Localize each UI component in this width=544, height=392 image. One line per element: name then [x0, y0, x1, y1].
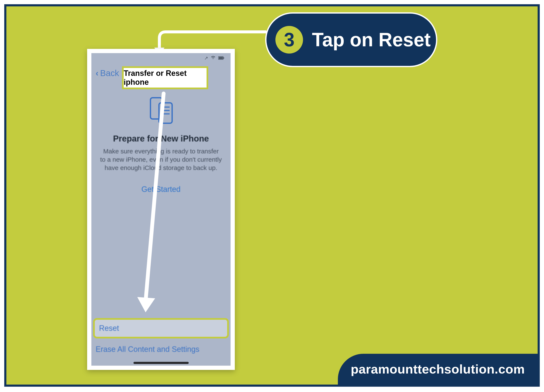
- back-label: Back: [100, 68, 119, 78]
- reset-label: Reset: [99, 324, 119, 333]
- prepare-heading: Prepare for New iPhone: [91, 134, 231, 143]
- instruction-slide: 3 Tap on Reset ↗ ‹ Back Transfer or Rese…: [4, 4, 540, 387]
- svg-rect-1: [219, 57, 223, 59]
- wifi-icon: [211, 55, 216, 61]
- svg-rect-4: [159, 103, 172, 123]
- erase-row[interactable]: Erase All Content and Settings: [96, 345, 199, 354]
- brand-site: paramounttechsolution.com: [351, 362, 525, 376]
- phone-frame: ↗ ‹ Back Transfer or Reset iphone: [87, 49, 235, 370]
- back-button[interactable]: ‹ Back: [96, 68, 119, 78]
- prepare-description: Make sure everything is ready to transfe…: [100, 147, 222, 172]
- step-number-badge: 3: [275, 26, 303, 53]
- step-title: Tap on Reset: [312, 29, 431, 51]
- page-title-highlight: Transfer or Reset iphone: [122, 66, 208, 89]
- chevron-left-icon: ‹: [96, 68, 98, 78]
- get-started-link[interactable]: Get Started: [91, 185, 231, 194]
- step-number: 3: [284, 29, 295, 51]
- page-title: Transfer or Reset iphone: [124, 69, 207, 87]
- location-icon: ↗: [204, 55, 208, 61]
- battery-icon: [218, 55, 224, 61]
- reset-row[interactable]: Reset: [93, 318, 229, 339]
- devices-icon: [146, 96, 176, 125]
- brand-corner: paramounttechsolution.com: [338, 354, 538, 385]
- step-pill: 3 Tap on Reset: [265, 12, 437, 67]
- phone-screen: ↗ ‹ Back Transfer or Reset iphone: [91, 53, 231, 366]
- svg-rect-2: [224, 57, 224, 59]
- status-bar: ↗: [91, 54, 231, 62]
- home-indicator: [133, 362, 189, 364]
